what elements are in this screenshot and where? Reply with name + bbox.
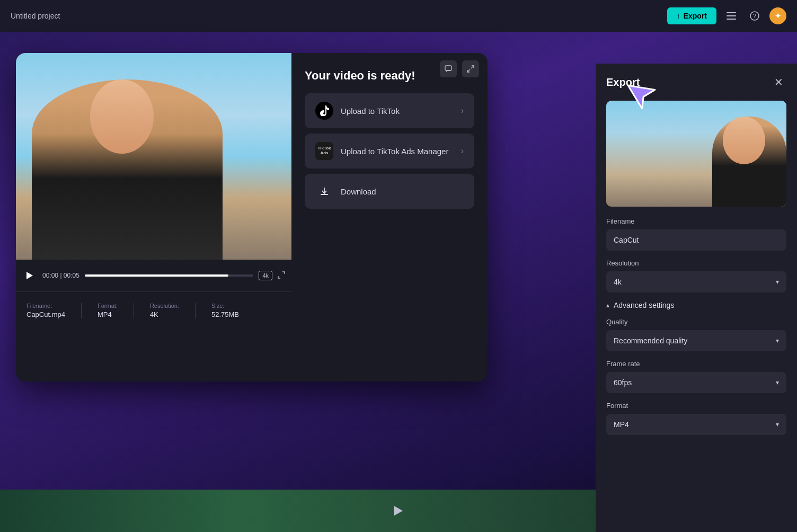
video-play-button[interactable]: [22, 268, 37, 283]
download-btn-left: Download: [315, 182, 376, 200]
meta-resolution: Resolution: 4K: [150, 303, 179, 318]
format-value: MP4: [98, 311, 118, 318]
advanced-settings-chevron-icon: ▴: [606, 302, 609, 309]
video-metadata: Filename: CapCut.mp4 Format: MP4 Resolut…: [16, 291, 291, 329]
size-label: Size:: [211, 303, 239, 309]
main-content: 00:00 | 00:05 4k Filename: CapCut.mp4: [0, 32, 797, 532]
export-preview-thumbnail: [606, 101, 786, 207]
fullscreen-button[interactable]: [278, 271, 285, 280]
avatar[interactable]: ✦: [769, 7, 786, 24]
download-btn-label: Download: [341, 187, 376, 196]
svg-rect-1: [727, 15, 736, 16]
advanced-settings-toggle[interactable]: ▴ Advanced settings: [606, 301, 786, 309]
help-icon[interactable]: ?: [746, 7, 763, 24]
meta-divider-2: [134, 303, 134, 318]
topbar-actions: ↑ Export ? ✦: [667, 7, 786, 24]
timeline-play-button[interactable]: [391, 503, 406, 519]
tiktok-ads-btn-left: TikTokAds Upload to TikTok Ads Manager: [315, 142, 448, 160]
resolution-select[interactable]: 4k ▾: [606, 271, 786, 292]
format-label: Format:: [98, 303, 118, 309]
format-select-value: MP4: [614, 420, 629, 429]
filename-input[interactable]: [606, 229, 786, 251]
tiktok-ads-chevron-icon: ›: [461, 146, 464, 156]
modal-right-panel: Your video is ready! Upload to TikTok › …: [291, 53, 488, 382]
quality-select-value: Recommended quality: [614, 336, 687, 345]
export-button[interactable]: ↑ Export: [667, 7, 716, 24]
upload-tiktok-ads-button[interactable]: TikTokAds Upload to TikTok Ads Manager ›: [305, 134, 474, 169]
video-ready-modal: 00:00 | 00:05 4k Filename: CapCut.mp4: [16, 53, 488, 382]
filename-label: Filename:: [26, 303, 65, 309]
meta-size: Size: 52.75MB: [211, 303, 239, 318]
format-field-label: Format: [606, 402, 786, 410]
framerate-field-label: Frame rate: [606, 360, 786, 368]
tiktok-chevron-icon: ›: [461, 106, 464, 116]
menu-icon[interactable]: [723, 7, 740, 24]
quality-chevron-down-icon: ▾: [776, 337, 779, 344]
filename-value: CapCut.mp4: [26, 311, 65, 318]
format-field-group: Format MP4 ▾: [606, 402, 786, 435]
advanced-settings-label: Advanced settings: [614, 301, 674, 309]
meta-divider-1: [81, 303, 82, 318]
resolution-label: Resolution:: [150, 303, 179, 309]
progress-fill: [85, 274, 228, 277]
export-button-label: Export: [684, 12, 707, 20]
resolution-value: 4K: [150, 311, 179, 318]
resolution-field-group: Resolution 4k ▾: [606, 259, 786, 292]
video-thumbnail: [16, 53, 291, 260]
tiktok-ads-btn-label: Upload to TikTok Ads Manager: [341, 147, 448, 156]
meta-filename: Filename: CapCut.mp4: [26, 303, 65, 318]
resolution-field-label: Resolution: [606, 259, 786, 267]
video-player-area: 00:00 | 00:05 4k Filename: CapCut.mp4: [16, 53, 291, 329]
tiktok-btn-label: Upload to TikTok: [341, 107, 400, 116]
upload-tiktok-button[interactable]: Upload to TikTok ›: [305, 93, 474, 128]
meta-divider-3: [195, 303, 196, 318]
export-panel: Export ✕ Filename Resolution 4k ▾ ▴ Adva…: [596, 64, 797, 532]
svg-rect-0: [727, 12, 736, 13]
video-ready-title: Your video is ready!: [305, 69, 474, 83]
resolution-select-value: 4k: [614, 278, 622, 286]
project-title: Untitled project: [11, 12, 60, 20]
filename-field-label: Filename: [606, 217, 786, 225]
meta-format: Format: MP4: [98, 303, 118, 318]
size-value: 52.75MB: [211, 311, 239, 318]
format-chevron-down-icon: ▾: [776, 421, 779, 428]
svg-text:?: ?: [753, 13, 756, 19]
download-button[interactable]: Download: [305, 174, 474, 209]
svg-marker-9: [26, 272, 33, 279]
svg-marker-12: [628, 77, 659, 110]
progress-bar[interactable]: [85, 274, 254, 277]
tiktok-icon: [315, 102, 333, 120]
download-icon: [315, 182, 333, 200]
filename-field-group: Filename: [606, 217, 786, 251]
quality-badge: 4k: [259, 271, 272, 280]
framerate-chevron-down-icon: ▾: [776, 379, 779, 386]
video-controls: 00:00 | 00:05 4k: [16, 260, 291, 291]
resolution-chevron-down-icon: ▾: [776, 278, 779, 286]
topbar: Untitled project ↑ Export ? ✦: [0, 0, 797, 32]
framerate-select-value: 60fps: [614, 378, 632, 387]
svg-marker-5: [394, 506, 403, 516]
quality-field-group: Quality Recommended quality ▾: [606, 318, 786, 351]
tiktok-ads-icon: TikTokAds: [315, 142, 333, 160]
svg-rect-11: [321, 194, 328, 195]
current-time: 00:00 | 00:05: [42, 272, 79, 279]
export-upload-icon: ↑: [677, 12, 680, 20]
format-select[interactable]: MP4 ▾: [606, 414, 786, 435]
close-export-panel-button[interactable]: ✕: [771, 74, 786, 90]
svg-rect-2: [727, 19, 736, 20]
tiktok-btn-left: Upload to TikTok: [315, 102, 400, 120]
quality-select[interactable]: Recommended quality ▾: [606, 330, 786, 351]
framerate-select[interactable]: 60fps ▾: [606, 372, 786, 393]
framerate-field-group: Frame rate 60fps ▾: [606, 360, 786, 393]
quality-field-label: Quality: [606, 318, 786, 326]
